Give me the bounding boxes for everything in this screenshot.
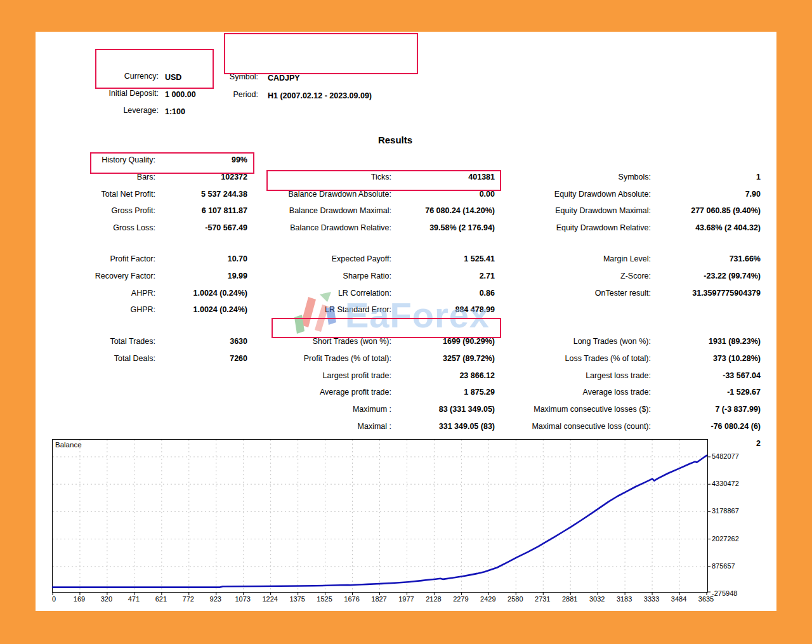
x-axis-tick-label: 3183 <box>617 595 632 603</box>
stat-value: 39.58% (2 176.94) <box>391 220 495 237</box>
stat-label: Largest profit trade: <box>251 367 391 384</box>
leverage-label: Leverage: <box>42 102 159 119</box>
stat-value: 277 060.85 (9.40%) <box>651 202 761 220</box>
x-axis-tick-label: 2429 <box>480 595 495 603</box>
stat-value: 1.0024 (0.24%) <box>155 285 247 302</box>
x-axis-tick-label: 169 <box>74 595 85 603</box>
balance-chart-plot <box>53 440 707 592</box>
symbol-value: CADJPY <box>268 74 300 82</box>
stat-value: 7260 <box>155 350 247 367</box>
stat-label: History Quality: <box>42 152 155 169</box>
x-axis-tick-label: 923 <box>210 595 221 603</box>
x-axis-tick-label: 3333 <box>644 595 659 603</box>
stat-label: Average profit trade: <box>251 384 391 401</box>
stat-value: -1 529.67 <box>651 384 761 401</box>
stat-value: 19.99 <box>155 268 247 285</box>
stat-label: LR Correlation: <box>251 285 391 302</box>
stat-value: 373 (10.28%) <box>651 350 761 367</box>
stat-label: Ticks: <box>251 169 391 186</box>
y-axis-tick-label: 4330472 <box>712 479 739 488</box>
stat-value: 0.86 <box>391 285 495 302</box>
x-axis-tick-label: 2881 <box>562 595 577 603</box>
stat-label: Balance Drawdown Absolute: <box>251 186 391 203</box>
stat-label: Balance Drawdown Maximal: <box>251 202 391 220</box>
stat-value: 99% <box>155 152 247 169</box>
stat-row: Maximal :331 349.05 (83)Maximal consecut… <box>36 418 776 435</box>
screenshot-root: { "colors": { "frame_orange": "#f89b3c",… <box>0 0 812 644</box>
stat-row: Maximum :83 (331 349.05)Maximum consecut… <box>36 401 776 418</box>
x-axis-tick-label: 772 <box>183 595 194 603</box>
x-axis-tick-label: 1375 <box>289 595 304 603</box>
stat-value: 3257 (89.72%) <box>391 350 495 367</box>
x-axis-tick-label: 1073 <box>235 595 250 603</box>
stat-row: History Quality:99% <box>36 152 776 169</box>
stat-label: Total Trades: <box>42 333 155 350</box>
stat-label: AHPR: <box>42 285 155 302</box>
stat-value: 0.00 <box>391 186 495 203</box>
x-axis-tick-label: 2128 <box>426 595 441 603</box>
stat-value: -23.22 (99.74%) <box>651 268 761 285</box>
stat-value: 7 (-3 837.99) <box>651 401 761 418</box>
y-axis-tick-label: 3178867 <box>712 506 739 515</box>
stat-label: Z-Score: <box>495 268 651 285</box>
stat-row: Average profit trade:1 875.29Average los… <box>36 384 776 401</box>
y-axis-tick-label: -275948 <box>712 589 737 598</box>
y-axis-tick-label: 5482077 <box>712 452 739 461</box>
stat-label: Profit Trades (% of total): <box>251 350 391 367</box>
stat-label: Equity Drawdown Relative: <box>495 220 651 237</box>
stat-row: AHPR:1.0024 (0.24%)LR Correlation:0.86On… <box>36 285 776 302</box>
stat-label: Total Net Profit: <box>42 186 155 203</box>
x-axis-tick-label: 320 <box>101 595 112 603</box>
stat-label: Average loss trade: <box>495 384 651 401</box>
stat-row: Profit Factor:10.70Expected Payoff:1 525… <box>36 251 776 268</box>
stat-row: Gross Profit:6 107 811.87Balance Drawdow… <box>36 202 776 220</box>
stat-value: -33 567.04 <box>651 367 761 384</box>
stat-row: GHPR:1.0024 (0.24%)LR Standard Error:884… <box>36 301 776 319</box>
stat-value: 3630 <box>155 333 247 350</box>
stat-label: Maximal : <box>251 418 391 435</box>
stat-value: 31.3597775904379 <box>651 285 761 302</box>
stat-label: Largest loss trade: <box>495 367 651 384</box>
stat-label: Symbols: <box>495 169 651 186</box>
stat-label: Long Trades (won %): <box>495 333 651 350</box>
stat-label: Maximum consecutive losses ($): <box>495 401 651 418</box>
y-axis-tick-label: 875657 <box>712 562 735 570</box>
x-axis-tick-label: 0 <box>52 595 56 603</box>
stat-label: Maximum : <box>251 401 391 418</box>
currency-value: USD <box>165 73 181 82</box>
balance-chart: Balance <box>52 439 708 593</box>
stat-label: Profit Factor: <box>42 251 155 268</box>
x-axis-tick-label: 3484 <box>671 595 686 603</box>
stat-label: GHPR: <box>42 301 155 319</box>
stat-value: 1.0024 (0.24%) <box>155 301 247 319</box>
leverage-value: 1:100 <box>165 107 185 116</box>
stat-label: Maximal consecutive loss (count): <box>495 418 651 435</box>
x-axis-tick-label: 1676 <box>344 595 359 603</box>
stat-value: 83 (331 349.05) <box>391 401 495 418</box>
stat-value: 401381 <box>391 169 495 186</box>
stat-value: 1931 (89.23%) <box>651 333 761 350</box>
x-axis-tick-label: 1977 <box>398 595 414 603</box>
stat-label: LR Standard Error: <box>251 301 391 319</box>
stat-row: Total Deals:7260Profit Trades (% of tota… <box>36 350 776 367</box>
stat-value: 5 537 244.38 <box>155 186 247 203</box>
stat-row: Recovery Factor:19.99Sharpe Ratio:2.71Z-… <box>36 268 776 285</box>
stat-value: -76 080.24 (6) <box>651 418 761 435</box>
x-axis-tick-label: 2580 <box>508 595 523 603</box>
stat-value: 884 478.99 <box>391 301 495 319</box>
stat-value: -570 567.49 <box>155 220 247 237</box>
stat-value: 2.71 <box>391 268 495 285</box>
x-axis-tick-label: 621 <box>155 595 167 603</box>
x-axis-tick-label: 471 <box>128 595 140 603</box>
period-label: Period: <box>226 86 258 103</box>
report-page: Currency: USD Initial Deposit: 1 000.00 … <box>36 32 776 611</box>
stat-value: 43.68% (2 404.32) <box>651 220 761 237</box>
x-axis-tick-label: 2731 <box>535 595 550 603</box>
stat-value: 7.90 <box>651 186 761 203</box>
x-axis-tick-label: 1525 <box>317 595 332 603</box>
stat-label: Balance Drawdown Relative: <box>251 220 391 237</box>
stat-value: 731.66% <box>651 251 761 268</box>
stat-row: Total Trades:3630Short Trades (won %):16… <box>36 333 776 350</box>
x-axis-tick-label: 2279 <box>453 595 468 603</box>
stat-value: 1 525.41 <box>391 251 495 268</box>
